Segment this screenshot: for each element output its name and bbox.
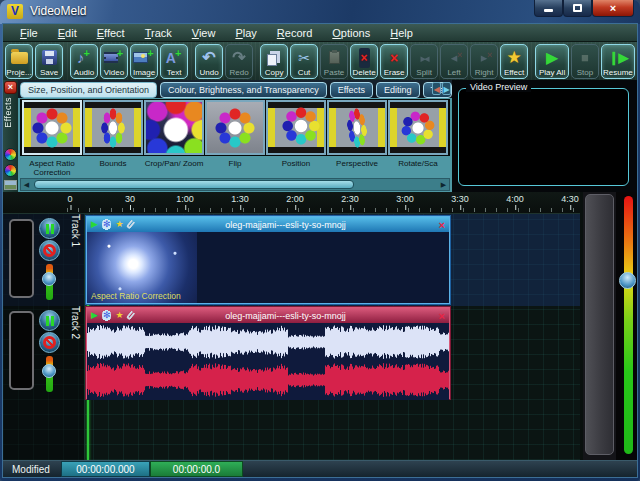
redo-button[interactable]: ↷Redo (225, 44, 253, 79)
minimize-button[interactable] (534, 0, 563, 17)
add-audio-button[interactable]: ♪+Audio (70, 44, 98, 79)
minimize-icon (544, 9, 553, 12)
clip-title-bar[interactable]: ▶ ✻ ★ oleg-majjami---esli-ty-so-mnojj × (87, 217, 449, 232)
clip-title-bar[interactable]: ▶ ✻ ★ oleg-majjami---esli-ty-so-mnojj × (87, 308, 449, 323)
menu-record[interactable]: Record (268, 26, 321, 40)
scrollbar-thumb[interactable] (34, 180, 354, 189)
save-button[interactable]: Save (35, 44, 63, 79)
effect-perspective[interactable] (327, 100, 387, 155)
clip-effect-icon[interactable]: ★ (115, 308, 123, 323)
title-bar[interactable]: V VideoMeld × (0, 0, 640, 24)
monitor-button[interactable] (39, 310, 60, 331)
slider-thumb[interactable] (619, 272, 636, 289)
monitor-button[interactable] (39, 218, 60, 239)
scrollbar-thumb[interactable] (585, 194, 614, 455)
add-image-button[interactable]: +Image (130, 44, 158, 79)
effect-crop-pan-zoom[interactable] (144, 100, 204, 155)
audio-clip-body[interactable] (87, 323, 449, 400)
save-floppy-icon (42, 50, 57, 65)
effect-position[interactable] (266, 100, 326, 155)
tab-scroll-right-icon[interactable]: ▶ (442, 82, 451, 95)
add-text-button[interactable]: A+Text (160, 44, 188, 79)
menu-edit[interactable]: Edit (49, 26, 86, 40)
scroll-right-icon[interactable]: ▶ (438, 179, 449, 190)
menu-help[interactable]: Help (381, 26, 422, 40)
add-plus-icon: + (147, 43, 153, 63)
clip-effect-icon[interactable]: ★ (115, 217, 123, 232)
project-folder-icon (11, 52, 28, 64)
clip-close-icon[interactable]: × (439, 219, 445, 231)
video-preview-screen (458, 88, 629, 186)
effect-bounds[interactable] (83, 100, 143, 155)
tab-scroll-left-icon[interactable]: ◀ (432, 82, 441, 95)
effect-flip[interactable] (205, 100, 265, 155)
clip-title: oleg-majjami---esli-ty-so-mnojj (137, 220, 435, 230)
panel-close-button[interactable]: × (4, 81, 17, 94)
clip-settings-icon[interactable]: ✻ (102, 308, 112, 323)
time-ruler[interactable]: 0 30 1:00 1:30 2:00 2:30 3:00 3:30 4:00 … (3, 192, 580, 214)
tab-editing[interactable]: Editing (376, 82, 420, 98)
erase-button[interactable]: ×Erase (380, 44, 408, 79)
play-all-button[interactable]: ▶Play All (535, 44, 569, 79)
effect-thumbnails (20, 99, 450, 156)
color-wheel-icon[interactable] (4, 164, 17, 177)
clip-close-icon[interactable]: × (439, 310, 445, 322)
effect-aspect-ratio-correction[interactable] (22, 100, 82, 155)
delete-button[interactable]: ×Delete (350, 44, 378, 79)
paste-button[interactable]: Paste (320, 44, 348, 79)
tab-colour-brightness-transparency[interactable]: Colour, Brightness, and Transparency (160, 82, 327, 98)
trim-right-button[interactable]: ▸Right (470, 44, 498, 79)
undo-button[interactable]: ↶Undo (195, 44, 223, 79)
track-volume-slider[interactable] (46, 264, 53, 300)
audio-clip[interactable]: ▶ ✻ ★ oleg-majjami---esli-ty-so-mnojj × (86, 307, 450, 399)
master-volume-slider[interactable] (624, 196, 633, 454)
trim-right-icon: ▸ (481, 48, 488, 68)
slider-thumb[interactable] (42, 364, 56, 378)
menu-effect[interactable]: Effect (88, 26, 134, 40)
effects-side-tab[interactable]: Effects (3, 97, 18, 128)
color-wheel-icon[interactable] (4, 148, 17, 161)
add-video-button[interactable]: +Video (100, 44, 128, 79)
effects-horizontal-scrollbar[interactable]: ◀ ▶ (20, 178, 450, 191)
maximize-button[interactable] (563, 0, 592, 17)
video-preview-title: Video Preview (466, 82, 531, 92)
trim-left-button[interactable]: ◂Left (440, 44, 468, 79)
menu-view[interactable]: View (183, 26, 225, 40)
effect-label: Aspect Ratio Correction (22, 157, 82, 178)
maximize-icon (573, 4, 582, 12)
timeline-vertical-scrollbar[interactable] (583, 192, 616, 460)
scroll-left-icon[interactable]: ◀ (21, 179, 32, 190)
effect-button[interactable]: ★Effect (500, 44, 528, 79)
video-clip[interactable]: ▶ ✻ ★ oleg-majjami---esli-ty-so-mnojj × … (86, 216, 450, 304)
tab-effects[interactable]: Effects (330, 82, 373, 98)
track-volume-slider[interactable] (46, 356, 53, 392)
menu-file[interactable]: File (11, 26, 47, 40)
slider-thumb[interactable] (42, 272, 56, 286)
clip-link-icon[interactable] (125, 219, 135, 229)
project-button[interactable]: Proje... (5, 44, 33, 79)
ruler-label: 1:30 (231, 194, 249, 204)
preview-thumb-icon[interactable] (4, 180, 17, 190)
ruler-ticks (67, 208, 580, 212)
clip-link-icon[interactable] (125, 310, 135, 320)
ruler-label: 30 (125, 194, 135, 204)
stop-button[interactable]: ■Stop (571, 44, 599, 79)
cut-button[interactable]: ✂Cut (290, 44, 318, 79)
video-clip-body[interactable]: Aspect Ratio Correction (87, 232, 449, 303)
tab-size-position-orientation[interactable]: Size, Position, and Orientation (20, 82, 157, 98)
menu-track[interactable]: Track (136, 26, 181, 40)
selection-time: 00:00:00.0 (150, 461, 243, 477)
mute-button[interactable] (39, 332, 60, 353)
mute-button[interactable] (39, 240, 60, 261)
menu-options[interactable]: Options (323, 26, 379, 40)
effect-rotate-scale[interactable] (388, 100, 448, 155)
clip-play-icon[interactable]: ▶ (91, 217, 98, 232)
copy-button[interactable]: Copy (260, 44, 288, 79)
split-button[interactable]: ▸◂Split (410, 44, 438, 79)
clip-settings-icon[interactable]: ✻ (102, 217, 112, 232)
clip-play-icon[interactable]: ▶ (91, 308, 98, 323)
app-logo-icon: V (7, 4, 23, 19)
menu-play[interactable]: Play (226, 26, 265, 40)
close-button[interactable]: × (592, 0, 634, 17)
resume-button[interactable]: ❙▶Resume (601, 44, 635, 79)
